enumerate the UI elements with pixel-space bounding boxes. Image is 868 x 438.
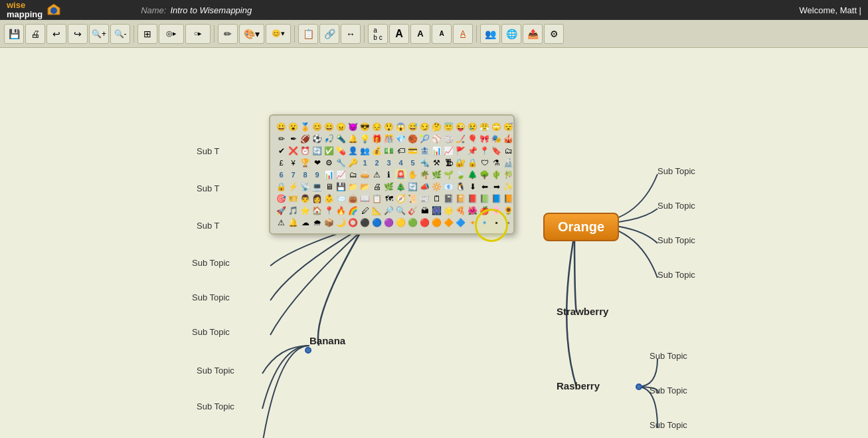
icon-u16[interactable]: 🔷: [455, 217, 466, 228]
icon-num3[interactable]: 3: [383, 157, 394, 168]
icon-misc3[interactable]: 🎭: [491, 133, 502, 144]
note-button[interactable]: 📋: [298, 24, 318, 44]
topic-strawberry[interactable]: Strawberry: [557, 306, 608, 317]
subtopic-right-4[interactable]: Sub Topic: [657, 270, 695, 280]
subtopic-banana-1[interactable]: Sub Topic: [197, 366, 234, 376]
subtopic-right-1[interactable]: Sub Topic: [657, 166, 695, 176]
icon-flag[interactable]: 🚩: [455, 145, 466, 156]
icon-s10[interactable]: 🗺: [383, 193, 394, 204]
icon-s16[interactable]: 📔: [455, 193, 466, 204]
icon-bulb[interactable]: 💡: [359, 133, 371, 144]
icon-misc4[interactable]: 🎪: [503, 133, 514, 144]
icon-r15[interactable]: 📧: [443, 181, 454, 192]
icon-s7[interactable]: 👜: [347, 193, 359, 204]
icon-r13[interactable]: 📣: [419, 181, 430, 192]
icon-t16[interactable]: 🍕: [455, 205, 466, 216]
topic-button[interactable]: ◎▸: [159, 24, 184, 44]
icon-t11[interactable]: 🔍: [395, 205, 406, 216]
icon-t6[interactable]: 🔥: [335, 205, 347, 216]
icon-trophy[interactable]: 🏆: [300, 157, 311, 168]
icon-key[interactable]: 🔑: [347, 157, 359, 168]
icon-party[interactable]: 🎊: [383, 133, 394, 144]
subtopic-left-1[interactable]: Sub T: [197, 146, 219, 156]
icon-s14[interactable]: 🗒: [431, 193, 442, 204]
icon-u4[interactable]: 🌧: [311, 217, 323, 228]
icon-laugh[interactable]: 😄: [323, 121, 335, 132]
arrange-button[interactable]: ⊞: [137, 24, 157, 44]
icon-soccer[interactable]: ⚽: [311, 133, 323, 144]
icon-r9[interactable]: 🖨: [371, 181, 383, 192]
icon-t12[interactable]: 🎸: [407, 205, 418, 216]
icon-misc8[interactable]: ⚒: [431, 157, 442, 168]
icon-r3[interactable]: 📡: [300, 181, 311, 192]
icon-t15[interactable]: 🌟: [443, 205, 454, 216]
subtopic-rasberry-1[interactable]: Sub Topic: [650, 351, 687, 361]
icon-misc10[interactable]: 🔐: [455, 157, 466, 168]
icon-s4[interactable]: 👩: [311, 193, 323, 204]
icon-t7[interactable]: 🌈: [347, 205, 359, 216]
icon-sport6[interactable]: 🏒: [455, 133, 466, 144]
topic-rasberry[interactable]: Rasberry: [557, 380, 600, 391]
line-button[interactable]: ✏: [218, 24, 238, 44]
redo-button[interactable]: ↪: [68, 24, 88, 44]
icon-r20[interactable]: ✨: [503, 181, 514, 192]
icon-sad[interactable]: 😔: [371, 121, 383, 132]
icon-card[interactable]: 💳: [407, 145, 418, 156]
icon-person[interactable]: 👤: [347, 145, 359, 156]
icon-t10[interactable]: 🔎: [383, 205, 394, 216]
icon-r7[interactable]: 📁: [347, 181, 359, 192]
icon-s8[interactable]: 📖: [359, 193, 371, 204]
subtopic-left-2[interactable]: Sub T: [197, 183, 219, 193]
icon-s11[interactable]: 🧭: [395, 193, 406, 204]
icon-u13[interactable]: 🔴: [419, 217, 430, 228]
icon-t1[interactable]: 🚀: [276, 205, 287, 216]
font-medium-button[interactable]: A: [410, 24, 430, 44]
icon-people[interactable]: 👥: [359, 145, 371, 156]
icon-r19[interactable]: ➡: [491, 181, 502, 192]
icon-t8[interactable]: 🖊: [359, 205, 371, 216]
center-node[interactable]: Orange: [543, 213, 619, 241]
icon-s1[interactable]: 🎯: [276, 193, 287, 204]
icon-pencil[interactable]: ✏: [276, 133, 287, 144]
icon-misc9[interactable]: 🗜: [443, 157, 454, 168]
icon-face8[interactable]: 😤: [479, 121, 490, 132]
icon-r16[interactable]: 🐧: [455, 181, 466, 192]
icon-u5[interactable]: 📦: [323, 217, 335, 228]
icon-clock[interactable]: ⏰: [300, 145, 311, 156]
icon-warning[interactable]: ⚠: [371, 169, 383, 180]
zoom-out-button[interactable]: 🔍-: [110, 24, 130, 44]
icon-r5[interactable]: 🖥: [323, 181, 335, 192]
icon-pound[interactable]: £: [276, 157, 287, 168]
icon-gem[interactable]: 💎: [395, 133, 406, 144]
icon-s12[interactable]: 📜: [407, 193, 418, 204]
icon-u14[interactable]: 🟠: [431, 217, 442, 228]
icon-misc13[interactable]: ⚗: [491, 157, 502, 168]
icon-face4[interactable]: 🤔: [431, 121, 442, 132]
icon-r12[interactable]: 🔄: [407, 181, 418, 192]
icon-pie[interactable]: 🥧: [359, 169, 371, 180]
icon-face2[interactable]: 😅: [407, 121, 418, 132]
undo-button[interactable]: ↩: [46, 24, 66, 44]
icon-fishing[interactable]: 🎣: [323, 133, 335, 144]
icon-t4[interactable]: 🏠: [311, 205, 323, 216]
icon-pushpin[interactable]: 📍: [479, 145, 490, 156]
icon-u2[interactable]: 🔔: [288, 217, 299, 228]
icon-info[interactable]: ℹ: [383, 169, 394, 180]
icon-angry[interactable]: 😠: [335, 121, 347, 132]
icon-misc12[interactable]: 🛡: [479, 157, 490, 168]
settings-button[interactable]: ⚙: [544, 24, 564, 44]
icon-pill[interactable]: ✅: [323, 145, 335, 156]
subtopic-left-6[interactable]: Sub Topic: [192, 327, 230, 337]
subtopic-rasberry-2[interactable]: Sub Topic: [650, 385, 687, 395]
icon-button[interactable]: 😊▾: [266, 24, 291, 44]
icon-u6[interactable]: 🌙: [335, 217, 347, 228]
topic-banana[interactable]: Banana: [309, 335, 345, 346]
icon-s6[interactable]: 📨: [335, 193, 347, 204]
icon-cool[interactable]: 😎: [359, 121, 371, 132]
icon-chart2[interactable]: 📈: [443, 145, 454, 156]
icon-s18[interactable]: 📗: [479, 193, 490, 204]
icon-football[interactable]: 🏈: [300, 133, 311, 144]
web-button[interactable]: 🌐: [501, 24, 521, 44]
icon-r1[interactable]: 🔒: [276, 181, 287, 192]
subtopic-left-5[interactable]: Sub Topic: [192, 292, 230, 302]
